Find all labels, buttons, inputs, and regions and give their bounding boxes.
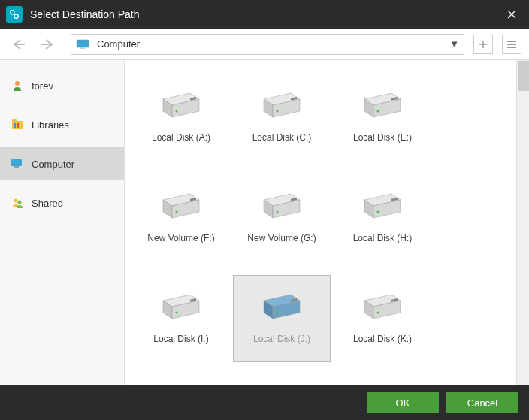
shared-icon xyxy=(11,196,24,210)
svg-rect-11 xyxy=(507,47,516,48)
svg-point-55 xyxy=(176,312,178,314)
disk-grid: Local Disk (A:) Local Disk (C:) Local Di… xyxy=(125,60,529,385)
svg-point-25 xyxy=(176,110,178,113)
disk-item[interactable]: Local Disk (E:) xyxy=(334,74,431,161)
disk-label: New Volume (G:) xyxy=(247,233,316,243)
svg-point-20 xyxy=(14,199,18,203)
disk-item[interactable]: Local Disk (J:) xyxy=(233,275,331,362)
close-icon xyxy=(507,10,516,19)
svg-point-45 xyxy=(277,211,279,213)
svg-rect-9 xyxy=(507,41,516,42)
close-button[interactable] xyxy=(494,0,529,29)
svg-point-21 xyxy=(18,201,22,204)
disk-icon xyxy=(157,92,205,122)
user-icon xyxy=(11,79,24,92)
sidebar-item-label: forev xyxy=(32,80,53,92)
sidebar-item-label: Libraries xyxy=(32,119,69,131)
disk-item[interactable]: New Volume (F:) xyxy=(132,174,230,261)
sidebar-item-libraries[interactable]: Libraries xyxy=(0,108,124,141)
disk-label: Local Disk (C:) xyxy=(252,132,312,143)
libraries-icon xyxy=(11,118,24,131)
plus-icon xyxy=(478,39,488,50)
disk-icon xyxy=(258,293,306,323)
monitor-icon xyxy=(76,39,91,50)
disk-icon xyxy=(358,192,407,222)
svg-point-60 xyxy=(277,312,279,314)
sidebar: forev Libraries Computer Shared xyxy=(0,60,125,385)
disk-label: Local Disk (K:) xyxy=(353,334,412,344)
disk-icon xyxy=(157,293,205,323)
disk-label: New Volume (F:) xyxy=(147,233,214,243)
svg-point-65 xyxy=(377,312,379,314)
arrow-left-icon xyxy=(11,38,26,50)
dialog-title: Select Destination Path xyxy=(30,8,494,20)
disk-item[interactable] xyxy=(233,376,331,385)
disk-item[interactable]: New Volume (G:) xyxy=(233,174,331,261)
disk-icon xyxy=(258,192,306,222)
sidebar-item-computer[interactable]: Computer xyxy=(0,147,124,180)
titlebar: Select Destination Path xyxy=(0,0,529,29)
svg-point-50 xyxy=(377,211,379,213)
svg-rect-19 xyxy=(13,168,20,168)
svg-point-40 xyxy=(176,211,178,213)
svg-rect-6 xyxy=(80,47,85,49)
svg-rect-14 xyxy=(12,119,17,122)
disk-label: Local Disk (A:) xyxy=(152,132,210,143)
dialog-body: forev Libraries Computer Shared xyxy=(0,60,529,385)
svg-rect-10 xyxy=(507,44,516,45)
svg-rect-17 xyxy=(11,159,22,166)
path-bar-label: Computer xyxy=(97,38,443,50)
svg-point-12 xyxy=(15,81,20,86)
disk-icon xyxy=(358,293,407,323)
disk-item[interactable]: Local Disk (K:) xyxy=(334,275,431,362)
view-options-button[interactable] xyxy=(502,35,521,54)
cancel-button[interactable]: Cancel xyxy=(446,392,518,413)
svg-rect-16 xyxy=(17,123,19,128)
disk-icon xyxy=(258,92,306,122)
disk-label: Local Disk (I:) xyxy=(153,334,208,344)
list-icon xyxy=(506,39,517,50)
forward-button[interactable] xyxy=(36,33,59,56)
disk-item[interactable]: Local Disk (I:) xyxy=(132,275,230,362)
disk-label: Local Disk (E:) xyxy=(353,132,412,143)
sidebar-item-label: Computer xyxy=(32,159,74,170)
path-bar[interactable]: Computer ▼ xyxy=(71,34,464,55)
sidebar-item-label: Shared xyxy=(32,198,63,209)
disk-icon xyxy=(157,192,205,222)
disk-item[interactable] xyxy=(132,376,230,385)
footer: OK Cancel xyxy=(0,385,529,420)
main-panel: Local Disk (A:) Local Disk (C:) Local Di… xyxy=(125,60,529,385)
back-button[interactable] xyxy=(8,33,30,56)
svg-rect-5 xyxy=(77,40,89,47)
ok-button[interactable]: OK xyxy=(367,392,439,413)
arrow-right-icon xyxy=(40,38,55,50)
scrollbar[interactable] xyxy=(516,60,529,385)
toolbar: Computer ▼ xyxy=(0,29,529,60)
svg-line-2 xyxy=(14,14,15,15)
disk-icon xyxy=(358,92,407,122)
svg-rect-18 xyxy=(14,166,19,168)
scroll-thumb[interactable] xyxy=(518,61,529,91)
sidebar-item-shared[interactable]: Shared xyxy=(0,186,124,219)
dialog-window: Select Destination Path Computer ▼ xyxy=(0,0,529,420)
app-icon xyxy=(6,6,23,23)
computer-icon xyxy=(11,157,24,171)
svg-point-30 xyxy=(277,110,279,113)
disk-item[interactable]: Local Disk (C:) xyxy=(233,74,331,161)
svg-rect-15 xyxy=(14,123,16,128)
disk-item[interactable]: Local Disk (H:) xyxy=(334,174,431,261)
new-folder-button[interactable] xyxy=(473,35,493,54)
sidebar-item-user[interactable]: forev xyxy=(0,69,124,102)
chevron-down-icon[interactable]: ▼ xyxy=(449,38,459,50)
disk-label: Local Disk (J:) xyxy=(253,334,310,344)
svg-point-35 xyxy=(377,110,379,113)
disk-item[interactable]: Local Disk (A:) xyxy=(132,74,230,161)
disk-label: Local Disk (H:) xyxy=(353,233,413,243)
